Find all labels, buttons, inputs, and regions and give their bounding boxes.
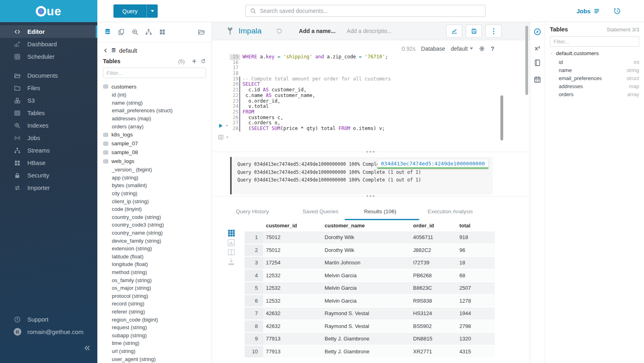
- column-item[interactable]: protocol (string): [103, 292, 212, 300]
- sidebar-item-editor[interactable]: Editor: [0, 25, 97, 38]
- grid-view-icon[interactable]: [226, 228, 236, 238]
- execute-button[interactable]: [218, 123, 228, 129]
- column-item[interactable]: device_family (string): [103, 237, 212, 245]
- table-row[interactable]: 612532Melvin GarciaR9S8381278: [245, 295, 495, 307]
- code-line[interactable]: 17: [212, 65, 530, 71]
- chart-view-icon[interactable]: [226, 238, 236, 248]
- documents-copy-icon[interactable]: [117, 28, 125, 36]
- column-item[interactable]: client_ip (string): [103, 197, 212, 205]
- column-name[interactable]: addresses: [559, 83, 629, 89]
- right-filter-input[interactable]: [550, 36, 639, 47]
- search-input[interactable]: [260, 8, 481, 14]
- column-item[interactable]: region_code (bigint): [103, 316, 212, 324]
- column-item[interactable]: user_agent (string): [103, 355, 212, 362]
- sidebar-item-files[interactable]: Files: [0, 82, 97, 94]
- add-table-icon[interactable]: [191, 58, 197, 64]
- column-item[interactable]: id (int): [103, 91, 212, 99]
- code-line[interactable]: 15WHERE a.key = 'shipping' and a.zip_cod…: [212, 54, 530, 60]
- column-item[interactable]: country_name (string): [103, 229, 212, 237]
- right-column-item[interactable]: ordersarray: [550, 91, 639, 99]
- code-line[interactable]: 20SELECT: [212, 82, 530, 87]
- table-row[interactable]: 742632Raymond S. VestalHS31241944: [245, 307, 495, 320]
- column-item[interactable]: name (string): [103, 99, 212, 107]
- schedule-calendar-icon[interactable]: [533, 76, 541, 84]
- jobs-link[interactable]: Jobs: [576, 8, 600, 14]
- column-item[interactable]: email_preferences (struct): [103, 107, 212, 115]
- sidebar-item-scheduler[interactable]: Scheduler: [0, 50, 97, 63]
- column-item[interactable]: extension (string): [103, 245, 212, 253]
- column-item[interactable]: longitude (float): [103, 260, 212, 268]
- editor-log-splitter[interactable]: ●●●: [212, 152, 530, 152]
- table-row[interactable]: 1077913Betty J. GiambroneXR27714315: [245, 346, 495, 358]
- table-item[interactable]: web_logs: [103, 157, 212, 166]
- column-item[interactable]: app (string): [103, 174, 212, 182]
- column-name[interactable]: email_preferences: [559, 75, 626, 81]
- query-button[interactable]: Query: [113, 4, 158, 18]
- right-column-item[interactable]: namestring: [550, 66, 639, 74]
- code-line[interactable]: 18: [212, 71, 530, 76]
- right-column-item[interactable]: addressesmap: [550, 82, 639, 91]
- code-line[interactable]: 21 c.id AS customer_id,: [212, 87, 530, 93]
- query-name-field[interactable]: Add a name...: [299, 28, 335, 34]
- query-dropdown-toggle[interactable]: [146, 4, 158, 18]
- log-results-splitter[interactable]: ●●●: [212, 196, 530, 196]
- more-actions-button[interactable]: ⋮: [486, 25, 502, 38]
- code-line[interactable]: 16: [212, 60, 530, 66]
- sidebar-item-support[interactable]: ?Support: [0, 313, 97, 326]
- column-item[interactable]: orders (array): [103, 122, 212, 130]
- breadcrumb[interactable]: default: [119, 47, 137, 54]
- database-selector[interactable]: default: [451, 45, 473, 52]
- active-table-row[interactable]: i default.customers: [550, 50, 639, 56]
- apps-grid-icon[interactable]: [158, 28, 166, 36]
- sidebar-item-dashboard[interactable]: Dashboard: [0, 38, 97, 50]
- sidebar-item-s3[interactable]: S3: [0, 94, 97, 107]
- help-icon[interactable]: ?: [491, 45, 494, 52]
- column-item[interactable]: subapp (string): [103, 331, 212, 339]
- column-item[interactable]: code (tinyint): [103, 205, 212, 213]
- folder-open-icon[interactable]: [198, 28, 205, 36]
- download-icon[interactable]: [226, 257, 236, 267]
- sidebar-item-account[interactable]: Rromain@gethue.com: [0, 326, 97, 338]
- undo-history-icon[interactable]: [276, 28, 283, 35]
- column-item[interactable]: addresses (map): [103, 115, 212, 123]
- column-item[interactable]: record (string): [103, 300, 212, 308]
- sidebar-item-hbase[interactable]: HBase: [0, 157, 97, 169]
- sql-editor[interactable]: 15WHERE a.key = 'shipping' and a.zip_cod…: [212, 54, 530, 152]
- table-row[interactable]: 842632Raymond S. VestalBS59022798: [245, 320, 495, 332]
- assistant-compass-icon[interactable]: [533, 28, 541, 36]
- statement-navigator-button[interactable]: [218, 134, 229, 140]
- column-item[interactable]: time (string): [103, 339, 212, 347]
- column-item[interactable]: url (string): [103, 347, 212, 355]
- sidebar-item-tables[interactable]: Tables: [0, 107, 97, 119]
- code-line[interactable]: 28 (SELECT SUM(price * qty) total FROM o…: [212, 126, 530, 132]
- table-item[interactable]: sample_07: [103, 139, 212, 148]
- column-item[interactable]: _version_ (bigint): [103, 166, 212, 174]
- columns-view-icon[interactable]: [226, 248, 236, 257]
- column-header-total[interactable]: total: [457, 223, 495, 229]
- hue-logo[interactable]: ue: [36, 4, 62, 18]
- right-column-item[interactable]: idint: [550, 58, 639, 66]
- save-button[interactable]: [466, 25, 482, 38]
- column-header-order_id[interactable]: order_id: [410, 223, 457, 229]
- chart-button[interactable]: [446, 25, 462, 38]
- table-row[interactable]: 512532Melvin GarciaB8623C2507: [245, 282, 495, 294]
- table-item[interactable]: k8s_logs: [103, 130, 212, 139]
- language-reference-icon[interactable]: [533, 59, 541, 67]
- table-row[interactable]: 977913Betty J. GiambroneDN88151320: [245, 333, 495, 345]
- main-scrollbar[interactable]: [525, 26, 528, 95]
- column-item[interactable]: bytes (smallint): [103, 182, 212, 190]
- settings-gear-icon[interactable]: [479, 45, 485, 52]
- column-header-customer_id[interactable]: customer_id: [263, 223, 322, 229]
- code-line[interactable]: 26 customers c,: [212, 115, 530, 121]
- sidebar-item-documents[interactable]: Documents: [0, 69, 97, 82]
- column-item[interactable]: os_family (string): [103, 276, 212, 284]
- code-line[interactable]: 25FROM: [212, 109, 530, 115]
- collapse-sidebar-icon[interactable]: «: [84, 342, 90, 353]
- column-item[interactable]: os_major (string): [103, 284, 212, 292]
- column-header-customer_name[interactable]: customer_name: [322, 223, 410, 229]
- table-item[interactable]: customers: [103, 82, 212, 91]
- query-description-field[interactable]: Add a descriptio...: [347, 28, 392, 34]
- sidebar-item-jobs[interactable]: Jobs: [0, 132, 97, 144]
- chevron-left-icon[interactable]: [103, 48, 108, 53]
- code-line[interactable]: 19-- Compute total amount per order for …: [212, 76, 530, 82]
